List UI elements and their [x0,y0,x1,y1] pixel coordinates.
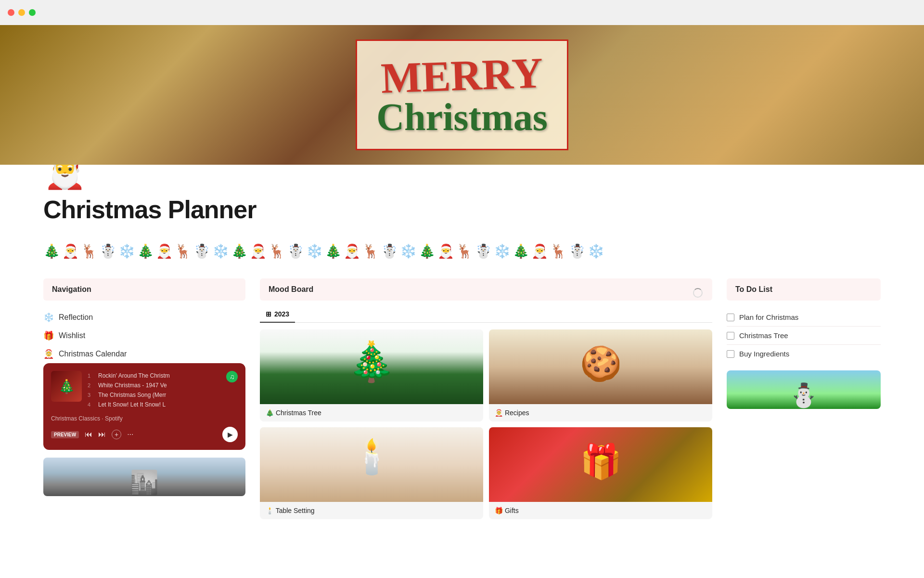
todo-checkbox-1[interactable] [727,314,734,321]
christmas-tree-image [260,329,483,404]
recipes-label: 🤶 Recipes [489,404,712,421]
titlebar [0,0,924,25]
left-column: Navigation ❄️ Reflection 🎁 Wishlist 🤶 Ch… [43,278,245,519]
todo-item-3[interactable]: Buy Ingredients [727,345,881,363]
spotify-track-4[interactable]: 4 Let It Snow! Let It Snow! L [88,400,170,409]
spotify-track-1[interactable]: 1 Rockin' Around The Christm [88,371,170,381]
spotify-header: 🎄 1 Rockin' Around The Christm 2 White C… [51,371,238,409]
todo-label-2: Christmas Tree [739,331,788,340]
todo-list: Plan for Christmas Christmas Tree Buy In… [727,308,881,363]
bottom-right-preview-image [727,370,881,409]
nav-label-wishlist: Wishlist [59,331,85,340]
track-title-2: White Christmas - 1947 Ve [98,382,167,389]
track-num-1: 1 [88,373,94,379]
todo-item-2[interactable]: Christmas Tree [727,327,881,345]
emoji-row: 🎄🎅🦌☃️❄️🎄🎅🦌☃️❄️🎄🎅🦌☃️❄️🎄🎅🦌☃️❄️🎄🎅🦌☃️❄️🎄🎅🦌☃️… [43,234,881,274]
spotify-track-3[interactable]: 3 The Christmas Song (Merr [88,390,170,400]
todo-title: To Do List [735,285,872,294]
hero-banner: MERRY Christmas [0,25,924,165]
minimize-button[interactable] [18,9,25,16]
mood-board-grid: 🎄 Christmas Tree 🤶 Recipes 🕯️ Table Sett… [260,329,712,519]
tab-2023[interactable]: ⊞ 2023 [260,306,295,323]
table-setting-label: 🕯️ Table Setting [260,502,483,519]
spotify-controls: PREVIEW ⏮ ⏭ + ··· ▶ [51,427,238,442]
nav-item-reflection[interactable]: ❄️ Reflection [43,308,245,327]
navigation-title: Navigation [52,285,237,294]
mood-card-table-setting[interactable]: 🕯️ Table Setting [260,427,483,519]
hero-merry-text: MERRY [376,48,549,103]
next-button[interactable]: ⏭ [98,430,106,439]
nav-item-wishlist[interactable]: 🎁 Wishlist [43,327,245,345]
nav-label-reflection: Reflection [59,313,93,322]
more-button[interactable]: ··· [127,430,133,439]
gifts-image [489,427,712,502]
track-num-4: 4 [88,402,94,407]
right-column: To Do List Plan for Christmas Christmas … [727,278,881,519]
todo-item-1[interactable]: Plan for Christmas [727,308,881,327]
wishlist-icon: 🎁 [43,330,54,341]
nav-items-list: ❄️ Reflection 🎁 Wishlist 🤶 Christmas Cal… [43,308,245,363]
table-setting-image [260,427,483,502]
track-title-3: The Christmas Song (Merr [98,392,166,398]
todo-label-3: Buy Ingredients [739,350,789,358]
add-button[interactable]: + [112,430,121,439]
mood-card-recipes[interactable]: 🤶 Recipes [489,329,712,421]
mood-board-section: Mood Board [260,278,712,301]
reflection-icon: ❄️ [43,312,54,323]
todo-checkbox-3[interactable] [727,350,734,358]
hero-text-block: MERRY Christmas [356,39,568,150]
city-preview-image [43,458,245,496]
spinner-icon [693,288,703,298]
mood-board-tabs: ⊞ 2023 [260,306,712,323]
nav-item-calendar[interactable]: 🤶 Christmas Calendar [43,345,245,363]
page-title: Christmas Planner [43,195,881,224]
mood-board-title: Mood Board [269,285,704,294]
christmas-tree-label: 🎄 Christmas Tree [260,404,483,421]
spotify-subtitle: Christmas Classics · Spotify [51,415,238,422]
mood-card-christmas-tree[interactable]: 🎄 Christmas Tree [260,329,483,421]
todo-checkbox-2[interactable] [727,332,734,340]
nav-label-calendar: Christmas Calendar [59,350,127,358]
navigation-section: Navigation [43,278,245,301]
todo-section: To Do List [727,278,881,301]
prev-button[interactable]: ⏮ [85,430,92,439]
tab-grid-icon: ⊞ [266,310,271,318]
recipes-image [489,329,712,404]
middle-column: Mood Board ⊞ 2023 🎄 Christmas Tree [260,278,712,519]
maximize-button[interactable] [29,9,36,16]
spotify-card: ♫ 🎄 1 Rockin' Around The Christm 2 White… [43,363,245,450]
loading-spinner [693,288,703,298]
main-grid: Navigation ❄️ Reflection 🎁 Wishlist 🤶 Ch… [43,278,881,519]
mood-card-gifts[interactable]: 🎁 Gifts [489,427,712,519]
preview-badge: PREVIEW [51,431,79,438]
todo-label-1: Plan for Christmas [739,313,798,321]
spotify-playlist-name: Christmas Classics · Spotify [51,415,123,422]
play-button[interactable]: ▶ [222,427,238,442]
spotify-track-2[interactable]: 2 White Christmas - 1947 Ve [88,381,170,390]
tab-year-label: 2023 [274,310,289,318]
calendar-icon: 🤶 [43,349,54,359]
album-icon: 🎄 [58,379,75,394]
track-title-1: Rockin' Around The Christm [98,372,170,379]
gifts-label: 🎁 Gifts [489,502,712,519]
page-content: 🎅 Christmas Planner 🎄🎅🦌☃️❄️🎄🎅🦌☃️❄️🎄🎅🦌☃️❄… [0,150,924,548]
spotify-logo: ♫ [226,371,238,382]
spotify-track-list: 1 Rockin' Around The Christm 2 White Chr… [88,371,170,409]
close-button[interactable] [8,9,14,16]
track-num-3: 3 [88,392,94,398]
hero-overlay: MERRY Christmas [0,25,924,165]
spotify-album-art: 🎄 [51,371,82,402]
track-title-4: Let It Snow! Let It Snow! L [98,401,166,408]
track-num-2: 2 [88,382,94,388]
